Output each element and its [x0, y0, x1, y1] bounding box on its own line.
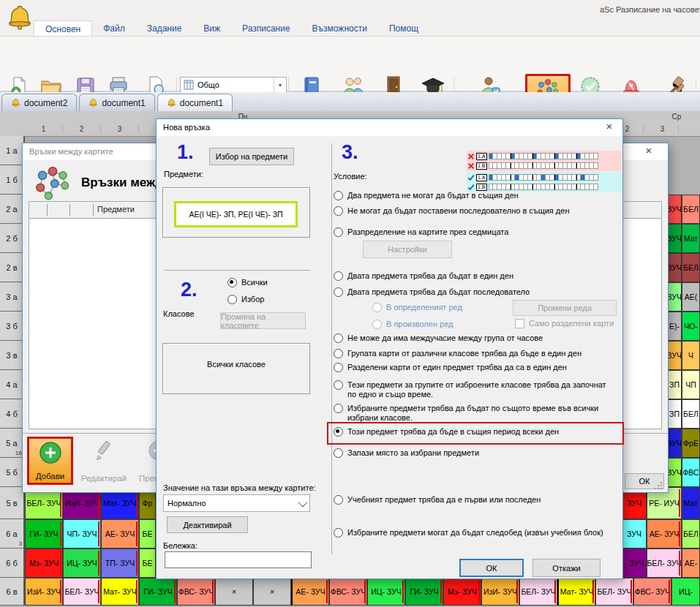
timetable-cell[interactable]: ИзИ- ЗУЧ [25, 578, 63, 606]
menu-tab[interactable]: Основен [34, 20, 92, 36]
condition-radio-option[interactable]: Двата предмета трябва да бъдат последова… [334, 287, 530, 297]
timetable-cell[interactable]: ГИ- ЗУЧ [139, 578, 177, 606]
condition-radio-option[interactable]: Избраните предмети трябва да бъдат по съ… [334, 404, 613, 423]
menu-tab[interactable]: Файл [92, 20, 136, 36]
row-header[interactable]: 6 а3 [0, 519, 25, 548]
condition-radio-option[interactable]: Не може да има междучасие между група от… [334, 333, 543, 343]
timetable-cell[interactable]: ЗУЧ [667, 195, 682, 224]
timetable-cell[interactable]: ЗП [667, 399, 682, 429]
condition-radio-option[interactable]: Разделени карти от един предмет трябва д… [334, 363, 567, 372]
document-tab[interactable]: document1 [157, 94, 233, 111]
settings-button[interactable]: Настройки [363, 241, 452, 258]
condition-radio-option[interactable]: Учебният предмет трябва да е първи или п… [334, 495, 541, 505]
timetable-cell[interactable]: БЕЛ- ЗУЧ [519, 578, 557, 606]
timetable-cell[interactable]: БЕЛ [682, 195, 700, 224]
timetable-cell[interactable]: ФВС- ЗУЧ [633, 578, 671, 606]
timetable-cell[interactable]: ЧО- [682, 312, 700, 341]
row-header[interactable]: 3 в [0, 341, 25, 370]
timetable-cell[interactable]: ЗУЧ [667, 341, 682, 370]
change-classes-button[interactable]: Промяна на класовете [220, 312, 306, 329]
timetable-cell[interactable]: × [253, 578, 291, 606]
split-cards-checkbox[interactable]: Само разделени карти [515, 319, 614, 328]
timetable-cell[interactable]: ИЦ- ЗУЧ [367, 578, 405, 606]
condition-radio-option[interactable]: Избраните предмети могат да бъдат следоб… [334, 528, 603, 538]
timetable-cell[interactable]: БЕЛ- ЗУЧ [595, 578, 633, 606]
timetable-cell[interactable]: ЗП [667, 370, 682, 399]
timetable-cell[interactable]: ЧП [682, 370, 700, 399]
timetable-cell[interactable]: ФВС- ЗУЧ [329, 578, 367, 606]
change-order-button[interactable]: Промени реда [513, 300, 617, 316]
row-header[interactable]: 5 в [0, 487, 25, 519]
timetable-cell[interactable]: ЧП- ЗУЧ [63, 519, 101, 548]
row-header[interactable]: 6 в [0, 578, 25, 606]
timetable-cell[interactable]: ТП- ЗУЧ [101, 548, 139, 578]
timetable-cell[interactable]: БЕЛ [682, 519, 700, 548]
condition-radio-option[interactable]: Запази място за избрани предмети [334, 448, 479, 458]
row-header[interactable]: 1 б [0, 165, 25, 195]
timetable-cell[interactable]: Мат [682, 487, 700, 519]
timetable-cell[interactable]: БЕЛ- ЗУЧ [647, 548, 682, 578]
timetable-cell[interactable]: - ЗУЧ [622, 548, 647, 578]
condition-radio-option[interactable]: Този предмет трябва да бъде в същия пери… [334, 427, 559, 437]
close-icon[interactable]: × [601, 120, 617, 135]
timetable-cell[interactable]: Мат- ЗУЧ [101, 578, 139, 606]
timetable-cell[interactable]: БЕЛ- ЗУЧ [63, 578, 101, 606]
asc-bell-logo-icon[interactable] [6, 1, 34, 34]
timetable-cell[interactable]: ИЦ- ЗУЧ [63, 548, 101, 578]
timetable-cell[interactable]: Мз- ЗУЧ [25, 548, 63, 578]
row-header[interactable]: 3 а [0, 282, 25, 312]
meaning-select[interactable]: Нормално [163, 494, 310, 512]
any-order-radio[interactable]: В произволен ред [372, 320, 453, 329]
row-header[interactable]: 4 б [0, 399, 25, 429]
timetable-cell[interactable]: ЗУЧ [667, 253, 682, 282]
close-icon[interactable]: × [641, 144, 657, 159]
timetable-cell[interactable]: АЕ- [682, 548, 700, 578]
timetable-cell[interactable]: ЗУЧ [667, 458, 682, 487]
timetable-cell[interactable]: АЕ- ЗУЧ [291, 578, 329, 606]
ok-button[interactable]: ОК [459, 559, 524, 577]
condition-radio-option[interactable]: Не могат да бъдат поставени последовател… [334, 206, 569, 216]
timetable-cell[interactable]: ЗУЧ [622, 519, 647, 548]
note-input[interactable] [165, 551, 312, 568]
timetable-cell[interactable]: × [215, 578, 253, 606]
document-tab[interactable]: document1 [79, 94, 154, 111]
timetable-cell[interactable]: ФВС- ЗУЧ [177, 578, 215, 606]
row-header[interactable]: 5 а16 [0, 429, 25, 458]
combo-dropdown-icon[interactable]: ▾ [274, 78, 286, 92]
cancel-button[interactable]: Откажи [532, 559, 601, 577]
row-header[interactable]: 6 б [0, 548, 25, 578]
timetable-cell[interactable]: ЗУЧ [667, 224, 682, 253]
timetable-cell[interactable]: Ч [682, 341, 700, 370]
selected-subjects-value[interactable]: АЕ(I ЧЕ)- ЗП, РЕ(I ЧЕ)- ЗП [174, 201, 298, 227]
timetable-cell[interactable]: ГИ- ЗУЧ [25, 519, 63, 548]
condition-radio-option[interactable]: Групата карти от различни класове трябва… [334, 349, 582, 358]
timetable-cell[interactable]: БЕЛ [682, 399, 700, 429]
condition-radio-option[interactable]: Разпределение на картите през седмицата [334, 227, 508, 237]
row-header[interactable]: 4 а [0, 370, 25, 399]
row-header[interactable]: 2 в [0, 253, 25, 282]
timetable-cell[interactable]: ГИ- ЗУЧ [405, 578, 443, 606]
timetable-cell[interactable]: ЗУЧ [667, 429, 682, 458]
timetable-cell[interactable]: ИзИ- ЗУЧ [481, 578, 519, 606]
defined-order-radio[interactable]: В определеният ред [372, 303, 462, 312]
timetable-cell[interactable]: ФВС [682, 458, 700, 487]
menu-tab[interactable]: Възможности [301, 20, 378, 36]
edit-link-button[interactable]: Редактирай [77, 437, 131, 485]
condition-radio-option[interactable]: Двата предмета трябва да бъдат в един де… [334, 271, 513, 281]
row-header[interactable]: 5 б [0, 458, 25, 487]
menu-tab[interactable]: Виж [192, 20, 231, 36]
row-header[interactable]: 1 а [0, 136, 25, 165]
row-header[interactable]: 2 б [0, 224, 25, 253]
timetable-cell[interactable]: АЕ( [682, 282, 700, 312]
select-subjects-button[interactable]: Избор на предмети [209, 148, 294, 165]
timetable-cell[interactable]: БЕ [139, 519, 156, 548]
resize-grip[interactable] [655, 482, 662, 489]
timetable-cell[interactable]: Мат- ЗУЧ [557, 578, 595, 606]
timetable-cell[interactable]: ЗУЧ [667, 282, 682, 312]
condition-radio-option[interactable]: Два предмета не могат да бъдат в същия д… [334, 191, 519, 200]
classes-pick-radio[interactable]: Избор [227, 295, 264, 304]
deactivate-button[interactable]: Деактивирай [167, 516, 248, 533]
timetable-cell[interactable]: БЕ [139, 548, 156, 578]
timetable-cell[interactable]: БЕЛ [682, 253, 700, 282]
menu-tab[interactable]: Помощ [378, 20, 429, 36]
